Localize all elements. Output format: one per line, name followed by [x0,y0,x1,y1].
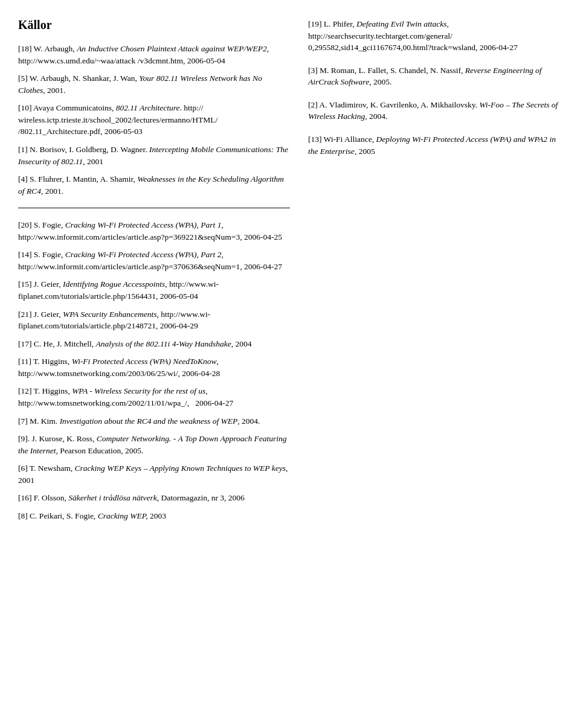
ref-20: [20] S. Fogie, Cracking Wi-Fi Protected … [18,219,290,243]
page-container: Källor [18] W. Arbaugh, An Inductive Cho… [0,0,580,546]
ref-6: [6] T. Newsham, Cracking WEP Keys – Appl… [18,462,290,486]
ref-1: [1] N. Borisov, I. Goldberg, D. Wagner. … [18,144,290,167]
divider [18,208,290,208]
ref-16: [16] F. Olsson, Säkerhet i trådlösa nätv… [18,492,290,504]
ref-18: [18] W. Arbaugh, An Inductive Chosen Pla… [18,43,290,66]
ref-14: [14] S. Fogie, Cracking Wi-Fi Protected … [18,249,290,272]
ref-3: [3] M. Roman, L. Fallet, S. Chandel, N. … [308,65,562,88]
ref-17: [17] C. He, J. Mitchell, Analysis of the… [18,338,290,350]
ref-8: [8] C. Peikari, S. Fogie, Cracking WEP, … [18,510,290,522]
left-column: Källor [18] W. Arbaugh, An Inductive Cho… [18,18,290,528]
ref-15: [15] J. Geier, Identifying Rogue Accessp… [18,278,290,302]
ref-13: [13] Wi-Fi Alliance, Deploying Wi-Fi Pro… [308,133,562,157]
right-column: [19] L. Phifer, Defeating Evil Twin atta… [308,18,562,528]
ref-12: [12] T. Higgins, WPA - Wireless Security… [18,385,290,409]
ref-5: [5] W. Arbaugh, N. Shankar, J. Wan, Your… [18,72,290,96]
ref-19: [19] L. Phifer, Defeating Evil Twin atta… [308,18,562,54]
ref-9: [9]. J. Kurose, K. Ross, Computer Networ… [18,433,290,456]
ref-11: [11] T. Higgins, Wi-Fi Protected Access … [18,356,290,379]
section-title: Källor [18,18,290,32]
ref-4: [4] S. Fluhrer, I. Mantin, A. Shamir, We… [18,173,290,197]
ref-7: [7] M. Kim. Investigation about the RC4 … [18,415,290,427]
ref-2: [2] A. Vladimirov, K. Gavrilenko, A. Mik… [308,99,562,123]
ref-10: [10] Avaya Communicatoins, 802.11 Archit… [18,102,290,138]
ref-21: [21] J. Geier, WPA Security Enhancements… [18,308,290,332]
